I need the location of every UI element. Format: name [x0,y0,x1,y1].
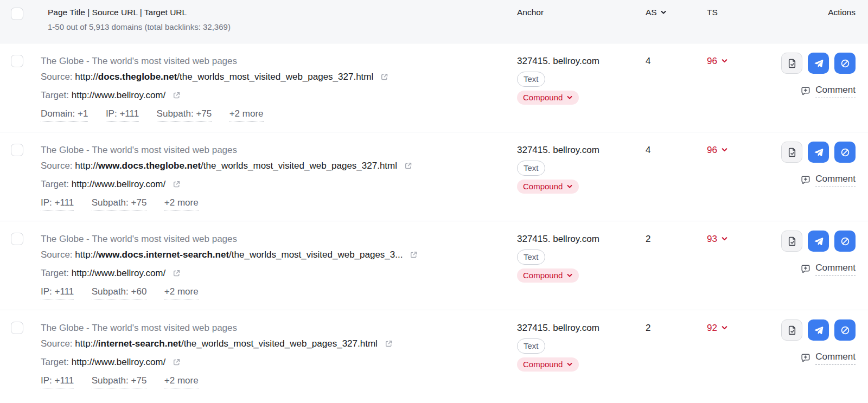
source-line: Source: http://internet-search.net/the_w… [41,335,517,353]
tag-ip[interactable]: IP: +111 [41,197,74,210]
chevron-down-icon [566,361,573,368]
target-line: Target: http://www.bellroy.com/ [41,264,517,283]
audit-page-button[interactable] [781,53,802,74]
comment-button[interactable]: Comment [800,84,856,98]
column-header-actions: Actions [828,8,856,17]
page-title: The Globe - The world's most visited web… [41,54,517,68]
external-link-icon[interactable] [385,340,393,348]
external-link-icon[interactable] [173,91,181,99]
comment-icon [800,86,811,97]
disavow-button[interactable] [834,231,856,252]
disavow-button[interactable] [834,142,856,163]
column-header-as[interactable]: AS [646,7,667,18]
external-link-icon[interactable] [380,73,388,81]
source-url: http://www.docs.internet-search.net/the_… [75,250,403,260]
column-header-page: Page Title | Source URL | Target URL [48,7,517,18]
external-link-icon[interactable] [173,358,181,366]
tag-subpath[interactable]: Subpath: +75 [157,108,212,121]
source-line: Source: http://www.docs.theglobe.net/the… [41,157,517,175]
page-title: The Globe - The world's most visited web… [41,321,517,335]
compound-badge[interactable]: Compound [517,268,579,283]
chevron-down-icon [566,183,573,190]
target-url: http://www.bellroy.com/ [72,268,166,278]
audit-page-button[interactable] [781,142,802,163]
backlinks-table: Page Title | Source URL | Target URL 1-5… [0,0,868,403]
target-url: http://www.bellroy.com/ [72,179,166,189]
target-url: http://www.bellroy.com/ [72,357,166,367]
doc-check-icon [787,325,797,336]
external-link-icon[interactable] [404,162,412,170]
send-icon [813,58,824,69]
row-checkbox[interactable] [11,55,23,67]
source-url: http://internet-search.net/the_worlds_mo… [75,338,378,349]
backlink-row: The Globe - The world's most visited web… [0,310,868,403]
compound-badge[interactable]: Compound [517,357,579,372]
external-link-icon[interactable] [173,180,181,188]
source-line: Source: http://docs.theglobe.net/the_wor… [41,68,517,86]
block-icon [840,325,851,336]
audit-page-button[interactable] [781,319,802,341]
tag-ip[interactable]: IP: +111 [106,108,139,121]
ts-value[interactable]: 92 [707,321,728,335]
sort-desc-chevron-icon [660,9,667,16]
page-title: The Globe - The world's most visited web… [41,143,517,157]
comment-button[interactable]: Comment [800,262,856,276]
doc-check-icon [787,236,797,247]
send-outreach-button[interactable] [808,53,829,74]
column-header-ts[interactable]: TS [707,8,718,17]
tag-more[interactable]: +2 more [229,108,264,121]
as-value: 2 [646,234,650,244]
tag-ip[interactable]: IP: +111 [41,286,74,299]
select-all-checkbox[interactable] [11,8,23,20]
send-icon [813,236,824,247]
tag-more[interactable]: +2 more [164,197,199,210]
column-header-anchor: Anchor [517,8,544,17]
send-outreach-button[interactable] [808,319,829,341]
send-outreach-button[interactable] [808,142,829,163]
audit-page-button[interactable] [781,231,802,252]
results-count: 1-50 out of 5,913 domains (total backlin… [48,21,517,34]
tag-subpath[interactable]: Subpath: +75 [92,375,147,388]
target-url: http://www.bellroy.com/ [72,90,166,100]
tag-domain[interactable]: Domain: +1 [41,108,88,121]
anchor-text: 327415. bellroy.com [517,232,646,246]
as-value: 4 [646,145,650,155]
target-line: Target: http://www.bellroy.com/ [41,86,517,105]
tag-subpath[interactable]: Subpath: +75 [92,197,147,210]
disavow-button[interactable] [834,53,856,74]
block-icon [840,236,851,247]
send-outreach-button[interactable] [808,231,829,252]
ts-value[interactable]: 93 [707,232,728,246]
ts-value[interactable]: 96 [707,54,728,68]
table-header: Page Title | Source URL | Target URL 1-5… [0,0,868,43]
ts-value[interactable]: 96 [707,143,728,157]
tag-subpath[interactable]: Subpath: +60 [92,286,147,299]
backlink-row: The Globe - The world's most visited web… [0,132,868,221]
compound-badge[interactable]: Compound [517,91,579,105]
row-checkbox[interactable] [11,144,23,156]
source-url: http://www.docs.theglobe.net/the_worlds_… [75,161,397,171]
doc-check-icon [787,147,797,158]
tag-more[interactable]: +2 more [164,286,199,299]
text-badge: Text [517,72,545,87]
external-link-icon[interactable] [410,251,418,259]
chevron-down-icon [721,235,728,242]
as-value: 4 [646,56,650,66]
tag-more[interactable]: +2 more [164,375,199,388]
row-checkbox[interactable] [11,322,23,334]
comment-icon [800,264,811,274]
text-badge: Text [517,161,545,176]
external-link-icon[interactable] [173,269,181,277]
compound-badge[interactable]: Compound [517,180,579,194]
target-line: Target: http://www.bellroy.com/ [41,175,517,194]
source-url: http://docs.theglobe.net/the_worlds_most… [75,72,373,82]
comment-button[interactable]: Comment [800,351,856,365]
tag-ip[interactable]: IP: +111 [41,375,74,388]
disavow-button[interactable] [834,319,856,341]
comment-button[interactable]: Comment [800,173,856,187]
text-badge: Text [517,250,545,265]
row-checkbox[interactable] [11,233,23,245]
page-title: The Globe - The world's most visited web… [41,232,517,246]
anchor-text: 327415. bellroy.com [517,321,646,335]
comment-icon [800,353,811,363]
